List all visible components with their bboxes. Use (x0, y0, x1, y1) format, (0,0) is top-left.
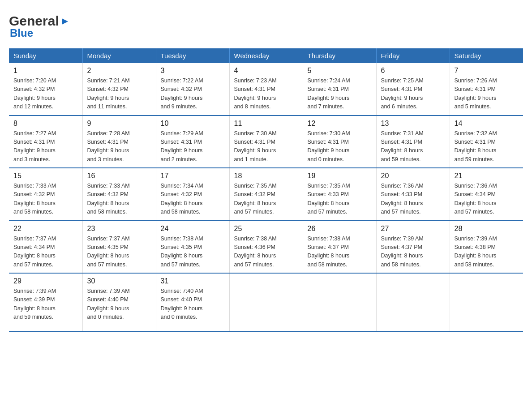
day-number: 1 (13, 67, 78, 75)
calendar-week-row: 15 Sunrise: 7:33 AMSunset: 4:32 PMDaylig… (9, 168, 523, 221)
calendar-cell: 16 Sunrise: 7:33 AMSunset: 4:32 PMDaylig… (82, 168, 156, 221)
day-number: 29 (13, 277, 78, 285)
calendar-cell: 9 Sunrise: 7:28 AMSunset: 4:31 PMDayligh… (82, 116, 156, 168)
svg-marker-0 (62, 18, 68, 25)
day-number: 20 (381, 172, 445, 180)
day-number: 31 (161, 277, 225, 285)
day-info: Sunrise: 7:37 AMSunset: 4:34 PMDaylight:… (13, 235, 78, 270)
calendar-cell: 6 Sunrise: 7:25 AMSunset: 4:31 PMDayligh… (376, 63, 450, 116)
calendar-cell: 4 Sunrise: 7:23 AMSunset: 4:31 PMDayligh… (229, 63, 303, 116)
logo-blue-text: Blue (10, 27, 33, 39)
calendar-cell: 5 Sunrise: 7:24 AMSunset: 4:31 PMDayligh… (303, 63, 376, 116)
calendar-header-row: SundayMondayTuesdayWednesdayThursdayFrid… (9, 48, 523, 63)
day-number: 28 (455, 225, 519, 233)
day-info: Sunrise: 7:29 AMSunset: 4:31 PMDaylight:… (161, 129, 225, 164)
calendar-cell (303, 273, 376, 331)
day-info: Sunrise: 7:32 AMSunset: 4:31 PMDaylight:… (455, 129, 519, 164)
column-header-saturday: Saturday (450, 48, 523, 63)
day-number: 5 (308, 67, 372, 75)
day-number: 22 (13, 225, 78, 233)
calendar-cell: 13 Sunrise: 7:31 AMSunset: 4:31 PMDaylig… (376, 116, 450, 168)
day-info: Sunrise: 7:38 AMSunset: 4:36 PMDaylight:… (234, 235, 298, 270)
day-info: Sunrise: 7:30 AMSunset: 4:31 PMDaylight:… (308, 129, 372, 164)
day-number: 18 (234, 172, 298, 180)
day-number: 25 (234, 225, 298, 233)
day-info: Sunrise: 7:39 AMSunset: 4:40 PMDaylight:… (87, 287, 151, 322)
day-info: Sunrise: 7:30 AMSunset: 4:31 PMDaylight:… (234, 129, 298, 164)
day-info: Sunrise: 7:26 AMSunset: 4:31 PMDaylight:… (455, 77, 519, 111)
day-number: 10 (161, 120, 225, 128)
calendar-cell: 15 Sunrise: 7:33 AMSunset: 4:32 PMDaylig… (9, 168, 82, 221)
calendar-week-row: 1 Sunrise: 7:20 AMSunset: 4:32 PMDayligh… (9, 63, 523, 116)
day-number: 2 (87, 67, 151, 75)
day-number: 23 (87, 225, 151, 233)
column-header-wednesday: Wednesday (229, 48, 303, 63)
day-info: Sunrise: 7:21 AMSunset: 4:32 PMDaylight:… (87, 77, 151, 111)
calendar-cell: 8 Sunrise: 7:27 AMSunset: 4:31 PMDayligh… (9, 116, 82, 168)
calendar-cell: 30 Sunrise: 7:39 AMSunset: 4:40 PMDaylig… (82, 273, 156, 331)
calendar-cell: 7 Sunrise: 7:26 AMSunset: 4:31 PMDayligh… (450, 63, 523, 116)
calendar-cell: 12 Sunrise: 7:30 AMSunset: 4:31 PMDaylig… (303, 116, 376, 168)
calendar-week-row: 8 Sunrise: 7:27 AMSunset: 4:31 PMDayligh… (9, 116, 523, 168)
calendar-cell: 25 Sunrise: 7:38 AMSunset: 4:36 PMDaylig… (229, 221, 303, 274)
calendar-cell: 19 Sunrise: 7:35 AMSunset: 4:33 PMDaylig… (303, 168, 376, 221)
day-info: Sunrise: 7:33 AMSunset: 4:32 PMDaylight:… (87, 182, 151, 217)
calendar-cell: 28 Sunrise: 7:39 AMSunset: 4:38 PMDaylig… (450, 221, 523, 274)
day-info: Sunrise: 7:34 AMSunset: 4:32 PMDaylight:… (161, 182, 225, 217)
day-number: 26 (308, 225, 372, 233)
day-number: 27 (381, 225, 445, 233)
day-info: Sunrise: 7:27 AMSunset: 4:31 PMDaylight:… (13, 129, 78, 164)
calendar-cell (229, 273, 303, 331)
calendar-table: SundayMondayTuesdayWednesdayThursdayFrid… (9, 48, 523, 332)
day-info: Sunrise: 7:22 AMSunset: 4:32 PMDaylight:… (161, 77, 225, 111)
day-number: 24 (161, 225, 225, 233)
day-info: Sunrise: 7:20 AMSunset: 4:32 PMDaylight:… (13, 77, 78, 111)
calendar-cell: 27 Sunrise: 7:39 AMSunset: 4:37 PMDaylig… (376, 221, 450, 274)
day-info: Sunrise: 7:28 AMSunset: 4:31 PMDaylight:… (87, 129, 151, 164)
calendar-cell: 18 Sunrise: 7:35 AMSunset: 4:32 PMDaylig… (229, 168, 303, 221)
logo: General Blue (9, 9, 70, 39)
day-info: Sunrise: 7:35 AMSunset: 4:33 PMDaylight:… (308, 182, 372, 217)
day-info: Sunrise: 7:31 AMSunset: 4:31 PMDaylight:… (381, 129, 445, 164)
day-info: Sunrise: 7:33 AMSunset: 4:32 PMDaylight:… (13, 182, 78, 217)
day-info: Sunrise: 7:36 AMSunset: 4:33 PMDaylight:… (381, 182, 445, 217)
day-number: 9 (87, 120, 151, 128)
calendar-cell: 17 Sunrise: 7:34 AMSunset: 4:32 PMDaylig… (156, 168, 229, 221)
calendar-cell: 21 Sunrise: 7:36 AMSunset: 4:34 PMDaylig… (450, 168, 523, 221)
day-number: 15 (13, 172, 78, 180)
calendar-cell: 31 Sunrise: 7:40 AMSunset: 4:40 PMDaylig… (156, 273, 229, 331)
logo-arrow-icon (60, 17, 70, 26)
day-info: Sunrise: 7:23 AMSunset: 4:31 PMDaylight:… (234, 77, 298, 111)
day-info: Sunrise: 7:37 AMSunset: 4:35 PMDaylight:… (87, 235, 151, 270)
column-header-sunday: Sunday (9, 48, 82, 63)
day-info: Sunrise: 7:39 AMSunset: 4:38 PMDaylight:… (455, 235, 519, 270)
calendar-cell: 2 Sunrise: 7:21 AMSunset: 4:32 PMDayligh… (82, 63, 156, 116)
day-info: Sunrise: 7:39 AMSunset: 4:37 PMDaylight:… (381, 235, 445, 270)
day-number: 8 (13, 120, 78, 128)
day-number: 3 (161, 67, 225, 75)
calendar-cell (376, 273, 450, 331)
day-number: 16 (87, 172, 151, 180)
day-info: Sunrise: 7:36 AMSunset: 4:34 PMDaylight:… (455, 182, 519, 217)
day-info: Sunrise: 7:35 AMSunset: 4:32 PMDaylight:… (234, 182, 298, 217)
column-header-tuesday: Tuesday (156, 48, 229, 63)
day-info: Sunrise: 7:38 AMSunset: 4:37 PMDaylight:… (308, 235, 372, 270)
day-info: Sunrise: 7:40 AMSunset: 4:40 PMDaylight:… (161, 287, 225, 322)
calendar-cell: 1 Sunrise: 7:20 AMSunset: 4:32 PMDayligh… (9, 63, 82, 116)
day-number: 11 (234, 120, 298, 128)
logo-general-text: General (9, 13, 59, 29)
day-info: Sunrise: 7:39 AMSunset: 4:39 PMDaylight:… (13, 287, 78, 322)
day-number: 4 (234, 67, 298, 75)
calendar-cell (450, 273, 523, 331)
calendar-cell: 24 Sunrise: 7:38 AMSunset: 4:35 PMDaylig… (156, 221, 229, 274)
calendar-week-row: 29 Sunrise: 7:39 AMSunset: 4:39 PMDaylig… (9, 273, 523, 331)
day-number: 6 (381, 67, 445, 75)
day-info: Sunrise: 7:38 AMSunset: 4:35 PMDaylight:… (161, 235, 225, 270)
calendar-week-row: 22 Sunrise: 7:37 AMSunset: 4:34 PMDaylig… (9, 221, 523, 274)
day-number: 30 (87, 277, 151, 285)
calendar-cell: 3 Sunrise: 7:22 AMSunset: 4:32 PMDayligh… (156, 63, 229, 116)
page-header: General Blue (9, 9, 523, 39)
calendar-cell: 23 Sunrise: 7:37 AMSunset: 4:35 PMDaylig… (82, 221, 156, 274)
calendar-cell: 22 Sunrise: 7:37 AMSunset: 4:34 PMDaylig… (9, 221, 82, 274)
day-number: 13 (381, 120, 445, 128)
